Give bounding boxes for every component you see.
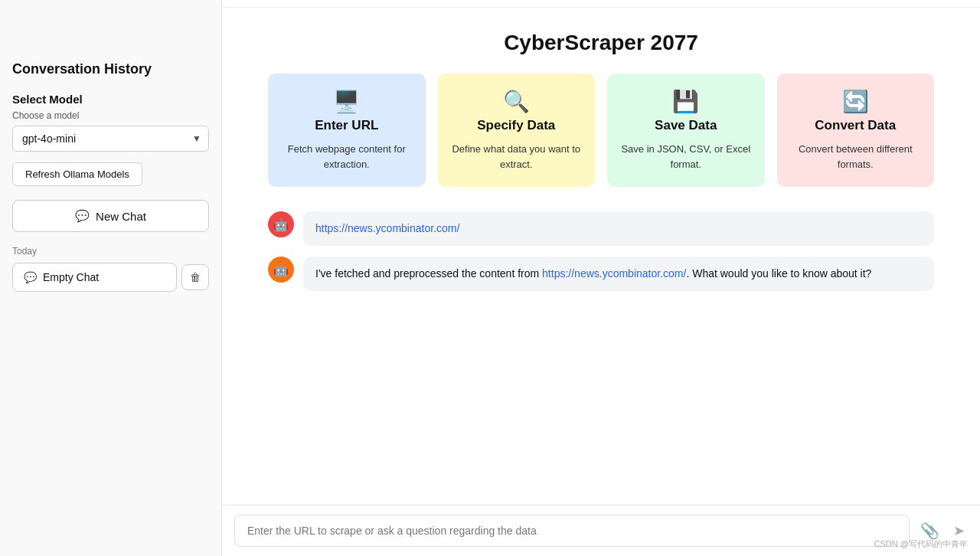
send-icon: ➤ bbox=[953, 523, 965, 538]
model-select[interactable]: gpt-4o-mini gpt-4o gpt-3.5-turbo bbox=[12, 126, 209, 152]
refresh-models-button[interactable]: Refresh Ollama Models bbox=[12, 162, 142, 186]
save-data-icon: 💾 bbox=[619, 89, 753, 114]
card-save-title: Save Data bbox=[619, 117, 753, 134]
paperclip-icon: 📎 bbox=[920, 522, 939, 539]
user-avatar: 🤖 bbox=[268, 211, 294, 237]
app-title: CyberScraper 2077 bbox=[268, 31, 934, 55]
card-convert-desc: Convert between different formats. bbox=[789, 142, 923, 172]
specify-data-icon: 🔍 bbox=[450, 89, 583, 114]
message-row-bot: 🤖 I've fetched and preprocessed the cont… bbox=[268, 257, 934, 291]
card-save-data: 💾 Save Data Save in JSON, CSV, or Excel … bbox=[607, 74, 765, 187]
card-enter-desc: Fetch webpage content for extraction. bbox=[280, 142, 413, 172]
sidebar-title: Conversation History bbox=[12, 61, 209, 77]
chat-icon: 💬 bbox=[75, 209, 90, 223]
watermark: CSDN @写代码的中青年 bbox=[874, 538, 968, 550]
card-specify-data: 🔍 Specify Data Define what data you want… bbox=[438, 74, 596, 187]
main-content: CyberScraper 2077 🖥️ Enter URL Fetch web… bbox=[222, 0, 980, 556]
card-convert-title: Convert Data bbox=[789, 117, 923, 134]
card-specify-title: Specify Data bbox=[450, 117, 583, 134]
messages-container: 🤖 https://news.ycombinator.com/ 🤖 I've f… bbox=[268, 211, 934, 291]
enter-url-icon: 🖥️ bbox=[280, 89, 413, 114]
convert-data-icon: 🔄 bbox=[789, 89, 923, 114]
chat-icon: 💬 bbox=[24, 271, 37, 283]
input-area: 📎 ➤ bbox=[222, 505, 980, 556]
user-message-bubble: https://news.ycombinator.com/ bbox=[303, 211, 934, 246]
card-enter-url: 🖥️ Enter URL Fetch webpage content for e… bbox=[268, 74, 426, 187]
chat-input[interactable] bbox=[234, 515, 910, 547]
bot-message-bubble: I've fetched and preprocessed the conten… bbox=[303, 257, 934, 291]
user-url-link[interactable]: https://news.ycombinator.com/ bbox=[315, 222, 459, 234]
bot-url-link[interactable]: https://news.ycombinator.com/ bbox=[542, 267, 686, 280]
chat-history-item: 💬 Empty Chat 🗑 bbox=[12, 263, 209, 292]
trash-icon: 🗑 bbox=[190, 271, 201, 283]
top-bar bbox=[222, 0, 980, 8]
content-area: CyberScraper 2077 🖥️ Enter URL Fetch web… bbox=[222, 8, 980, 505]
sidebar: Conversation History Select Model Choose… bbox=[0, 0, 222, 556]
delete-chat-button[interactable]: 🗑 bbox=[181, 264, 209, 290]
choose-model-sublabel: Choose a model bbox=[12, 110, 209, 121]
card-convert-data: 🔄 Convert Data Convert between different… bbox=[777, 74, 935, 187]
new-chat-button[interactable]: 💬 New Chat bbox=[12, 200, 209, 232]
select-model-label: Select Model bbox=[12, 93, 209, 106]
card-specify-desc: Define what data you want to extract. bbox=[450, 142, 583, 172]
message-row-user: 🤖 https://news.ycombinator.com/ bbox=[268, 211, 934, 246]
bot-avatar: 🤖 bbox=[268, 257, 294, 283]
today-label: Today bbox=[12, 246, 209, 257]
card-enter-title: Enter URL bbox=[280, 117, 413, 134]
empty-chat-button[interactable]: 💬 Empty Chat bbox=[12, 263, 177, 292]
model-select-wrapper: gpt-4o-mini gpt-4o gpt-3.5-turbo ▼ bbox=[12, 126, 209, 152]
card-save-desc: Save in JSON, CSV, or Excel format. bbox=[619, 142, 753, 172]
feature-cards: 🖥️ Enter URL Fetch webpage content for e… bbox=[268, 74, 934, 187]
